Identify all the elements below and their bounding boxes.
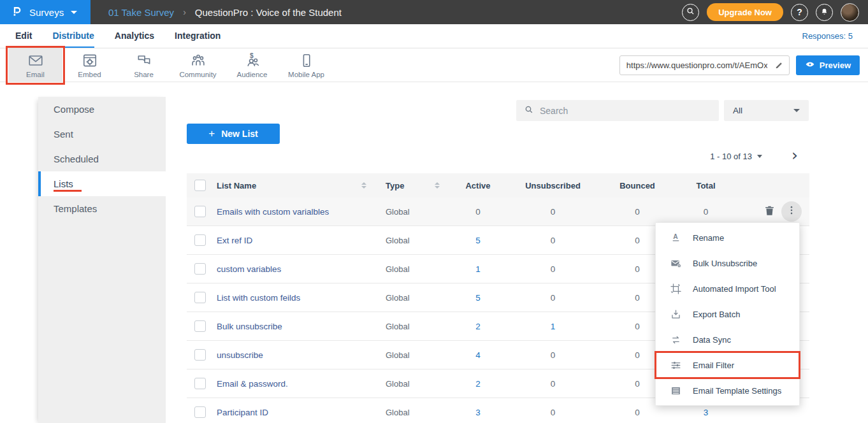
- menu-item-data-sync[interactable]: Data Sync: [656, 327, 799, 352]
- row-checkbox[interactable]: [194, 263, 206, 275]
- row-checkbox[interactable]: [194, 378, 206, 389]
- preview-button[interactable]: Preview: [796, 55, 860, 75]
- list-type-filter[interactable]: All: [724, 100, 809, 121]
- menu-item-email-template-settings[interactable]: Email Template Settings: [656, 378, 799, 403]
- list-name-link[interactable]: custom variables: [215, 264, 373, 274]
- channel-mobileapp[interactable]: Mobile App: [279, 48, 333, 82]
- unsubscribed-count[interactable]: 0: [510, 293, 596, 303]
- sidebar-item-label: Sent: [54, 129, 73, 140]
- active-count[interactable]: 5: [446, 236, 510, 245]
- sidebar-item-sent[interactable]: Sent: [38, 122, 166, 147]
- menu-item-automated-import-tool[interactable]: Automated Import Tool: [656, 276, 799, 301]
- column-total: Total: [679, 181, 733, 190]
- unsubscribed-count[interactable]: 0: [510, 236, 596, 245]
- responses-count[interactable]: Responses: 5: [802, 31, 853, 41]
- unsubscribed-count[interactable]: 0: [510, 408, 596, 417]
- sidebar-item-lists[interactable]: Lists: [38, 171, 166, 196]
- row-checkbox[interactable]: [194, 234, 206, 246]
- list-type: Global: [373, 350, 446, 360]
- search-input[interactable]: [540, 106, 699, 116]
- total-count[interactable]: 0: [679, 207, 733, 217]
- sidebar-item-label: Compose: [54, 104, 94, 115]
- list-name-link[interactable]: Email & password.: [215, 379, 373, 389]
- list-name-link[interactable]: unsubscribe: [215, 350, 373, 360]
- new-list-label: New List: [221, 129, 258, 139]
- unsubscribed-count[interactable]: 0: [510, 207, 596, 217]
- help-button[interactable]: ?: [791, 4, 808, 21]
- automated-import-icon: [669, 283, 682, 295]
- tab-analytics[interactable]: Analytics: [115, 24, 154, 48]
- menu-item-rename[interactable]: A Rename: [656, 225, 799, 250]
- pagination-range[interactable]: 1 - 10 of 13: [637, 149, 762, 163]
- list-name-link[interactable]: Ext ref ID: [215, 236, 373, 245]
- question-mark-icon: ?: [797, 7, 802, 17]
- user-avatar[interactable]: [841, 3, 859, 22]
- total-count[interactable]: 3: [679, 408, 733, 417]
- channel-label: Share: [134, 71, 154, 78]
- channel-embed[interactable]: Embed: [62, 48, 117, 82]
- active-count[interactable]: 0: [446, 207, 510, 217]
- search-button[interactable]: [682, 4, 699, 21]
- unsubscribed-count[interactable]: 1: [510, 322, 596, 331]
- breadcrumb-survey-link[interactable]: 01 Take Survey: [108, 7, 174, 18]
- plus-icon: +: [208, 127, 215, 140]
- unsubscribed-count[interactable]: 0: [510, 350, 596, 360]
- list-name-link[interactable]: List with custom feilds: [215, 293, 373, 303]
- delete-list-button[interactable]: [761, 203, 778, 220]
- active-count[interactable]: 4: [446, 350, 510, 360]
- row-checkbox[interactable]: [194, 406, 206, 418]
- sort-list-name-icon[interactable]: [361, 182, 366, 189]
- list-type: Global: [373, 236, 446, 245]
- sidebar-item-scheduled[interactable]: Scheduled: [38, 147, 166, 171]
- menu-item-label: Export Batch: [693, 310, 740, 319]
- sidebar-item-templates[interactable]: Templates: [38, 196, 166, 221]
- product-switcher[interactable]: Surveys: [0, 0, 90, 24]
- sidebar-item-label: Templates: [54, 203, 97, 214]
- row-menu-button[interactable]: [781, 201, 802, 222]
- row-checkbox[interactable]: [194, 206, 206, 217]
- bounced-count[interactable]: 0: [596, 207, 679, 217]
- chevron-down-icon: [793, 109, 800, 112]
- unsubscribed-count[interactable]: 0: [510, 264, 596, 274]
- channel-community[interactable]: Community: [171, 48, 225, 82]
- next-page-button[interactable]: ›: [785, 145, 804, 164]
- bounced-count[interactable]: 0: [596, 408, 679, 417]
- notifications-button[interactable]: [816, 4, 833, 21]
- top-bar: Surveys 01 Take Survey › QuestionPro : V…: [0, 0, 868, 24]
- active-count[interactable]: 3: [446, 408, 510, 417]
- breadcrumb-separator: ›: [183, 7, 186, 17]
- sidebar-item-compose[interactable]: Compose: [38, 97, 166, 122]
- list-name-link[interactable]: Bulk unsubscribe: [215, 322, 373, 331]
- active-count[interactable]: 1: [446, 264, 510, 274]
- row-checkbox[interactable]: [194, 320, 206, 332]
- tab-distribute[interactable]: Distribute: [52, 24, 94, 48]
- select-all-checkbox[interactable]: [194, 180, 206, 191]
- sidebar-item-label: Scheduled: [54, 154, 99, 164]
- edit-url-icon[interactable]: [770, 61, 789, 70]
- community-icon: [190, 52, 206, 69]
- menu-item-bulk-unsubscribe[interactable]: Bulk Unsubscribe: [656, 250, 799, 276]
- list-name-link[interactable]: Participant ID: [215, 408, 373, 417]
- channel-share[interactable]: Share: [117, 48, 171, 82]
- row-checkbox[interactable]: [194, 292, 206, 303]
- svg-text:A: A: [673, 233, 678, 240]
- tab-edit[interactable]: Edit: [15, 24, 32, 48]
- upgrade-now-button[interactable]: Upgrade Now: [707, 3, 783, 21]
- unsubscribed-count[interactable]: 0: [510, 379, 596, 389]
- channel-audience[interactable]: $ Audience: [225, 48, 279, 82]
- active-count[interactable]: 2: [446, 322, 510, 331]
- menu-item-email-filter[interactable]: Email Filter: [656, 352, 799, 378]
- row-checkbox[interactable]: [194, 349, 206, 361]
- survey-url-input[interactable]: [620, 61, 770, 70]
- menu-item-export-batch[interactable]: Export Batch: [656, 301, 799, 327]
- trash-icon: [763, 204, 776, 219]
- toolbar-right: Preview: [619, 55, 868, 75]
- channel-email[interactable]: Email: [8, 48, 62, 82]
- list-name-link[interactable]: Emails with custom varialbles: [215, 207, 373, 217]
- active-count[interactable]: 2: [446, 379, 510, 389]
- tab-integration[interactable]: Integration: [175, 24, 221, 48]
- active-count[interactable]: 5: [446, 293, 510, 303]
- new-list-button[interactable]: + New List: [187, 124, 280, 144]
- column-unsubscribed: Unsubscribed: [510, 181, 596, 190]
- sort-type-icon[interactable]: [435, 182, 440, 189]
